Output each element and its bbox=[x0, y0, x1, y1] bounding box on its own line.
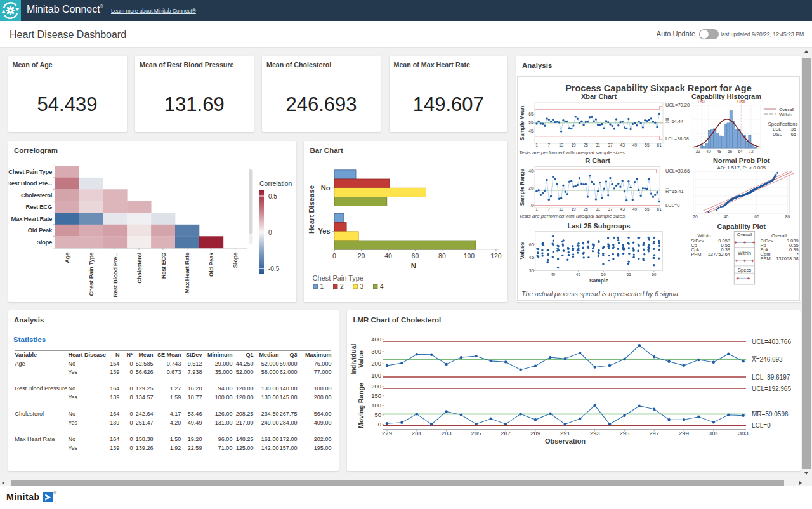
svg-text:AD: 1.517, P: < 0.005: AD: 1.517, P: < 0.005 bbox=[717, 165, 766, 171]
svg-text:37: 37 bbox=[608, 143, 613, 147]
svg-text:301: 301 bbox=[709, 430, 719, 437]
svg-text:80: 80 bbox=[438, 252, 446, 260]
svg-text:Chest Pain Type: Chest Pain Type bbox=[87, 253, 94, 296]
svg-text:40: 40 bbox=[723, 215, 728, 219]
svg-text:40: 40 bbox=[706, 149, 711, 154]
svg-text:LSL: LSL bbox=[697, 100, 706, 104]
svg-text:20: 20 bbox=[528, 186, 534, 190]
svg-text:UCL=192.965: UCL=192.965 bbox=[752, 385, 791, 392]
svg-text:LCL=38.68: LCL=38.68 bbox=[665, 136, 689, 142]
svg-text:32: 32 bbox=[695, 149, 700, 154]
svg-text:Capability Plot: Capability Plot bbox=[717, 223, 766, 230]
svg-text:45: 45 bbox=[575, 272, 580, 277]
svg-text:297: 297 bbox=[649, 430, 659, 437]
svg-text:200: 200 bbox=[371, 383, 381, 390]
svg-text:293: 293 bbox=[590, 430, 600, 437]
svg-text:Age: Age bbox=[63, 253, 70, 263]
svg-text:LCL=89.6197: LCL=89.6197 bbox=[752, 374, 790, 381]
svg-text:Value: Value bbox=[357, 350, 365, 368]
svg-text:Old Peak: Old Peak bbox=[207, 252, 214, 277]
svg-text:Cholesterol: Cholesterol bbox=[135, 253, 142, 284]
svg-text:49: 49 bbox=[632, 143, 637, 147]
svg-text:Rest ECG: Rest ECG bbox=[159, 253, 166, 279]
svg-text:20: 20 bbox=[693, 215, 698, 219]
svg-text:7: 7 bbox=[547, 143, 550, 147]
svg-text:3: 3 bbox=[360, 283, 364, 290]
svg-text:R Chart: R Chart bbox=[585, 157, 610, 164]
svg-text:20: 20 bbox=[358, 252, 365, 260]
svg-text:19: 19 bbox=[571, 143, 576, 147]
svg-text:60: 60 bbox=[528, 242, 534, 247]
svg-text:Last 25 Subgroups: Last 25 Subgroups bbox=[567, 222, 630, 230]
svg-text:Chest Pain Type: Chest Pain Type bbox=[313, 274, 364, 282]
svg-text:Overall: Overall bbox=[771, 233, 787, 239]
svg-text:40: 40 bbox=[528, 169, 534, 173]
svg-text:USL: USL bbox=[737, 100, 747, 104]
svg-text:43: 43 bbox=[620, 207, 625, 211]
svg-text:Individual: Individual bbox=[350, 343, 357, 374]
svg-text:291: 291 bbox=[560, 430, 570, 437]
svg-text:MR=59.0596: MR=59.0596 bbox=[752, 411, 789, 418]
svg-text:43: 43 bbox=[620, 143, 625, 147]
svg-text:55: 55 bbox=[645, 207, 650, 211]
svg-text:USL: USL bbox=[773, 131, 782, 137]
svg-text:61: 61 bbox=[657, 207, 662, 211]
svg-text:X=246.693: X=246.693 bbox=[752, 356, 783, 363]
svg-text:1: 1 bbox=[535, 207, 538, 211]
svg-text:R=15.41: R=15.41 bbox=[665, 188, 684, 194]
svg-text:Rest Blood Pre...: Rest Blood Pre... bbox=[111, 253, 118, 298]
svg-text:285: 285 bbox=[471, 430, 481, 437]
svg-text:287: 287 bbox=[501, 430, 511, 437]
svg-text:55: 55 bbox=[528, 120, 534, 124]
svg-text:137068.58: 137068.58 bbox=[776, 256, 798, 261]
svg-text:Rest ECG: Rest ECG bbox=[25, 203, 51, 210]
svg-text:31: 31 bbox=[595, 143, 600, 147]
svg-text:300: 300 bbox=[371, 348, 381, 355]
svg-text:Cholesterol: Cholesterol bbox=[21, 192, 52, 199]
svg-text:0: 0 bbox=[268, 229, 272, 236]
svg-text:80: 80 bbox=[785, 215, 790, 219]
svg-text:Sample Mean: Sample Mean bbox=[519, 106, 525, 140]
svg-text:2: 2 bbox=[340, 283, 344, 290]
svg-text:Xbar Chart: Xbar Chart bbox=[580, 93, 617, 100]
svg-text:4: 4 bbox=[380, 283, 384, 290]
svg-text:Chest Pain Type: Chest Pain Type bbox=[8, 168, 52, 175]
svg-text:45: 45 bbox=[528, 129, 534, 133]
svg-text:65: 65 bbox=[790, 131, 796, 137]
svg-text:40: 40 bbox=[550, 272, 555, 277]
svg-text:Sample Range: Sample Range bbox=[519, 168, 525, 206]
svg-text:N: N bbox=[411, 262, 416, 270]
svg-text:1: 1 bbox=[535, 143, 538, 147]
svg-text:64: 64 bbox=[738, 149, 743, 154]
svg-text:Normal Prob Plot: Normal Prob Plot bbox=[712, 157, 769, 164]
svg-text:PPM: PPM bbox=[691, 251, 701, 257]
svg-text:50: 50 bbox=[601, 272, 606, 277]
svg-text:61: 61 bbox=[657, 143, 662, 147]
svg-text:Correlation: Correlation bbox=[259, 180, 292, 187]
svg-text:Moving Range: Moving Range bbox=[357, 383, 365, 428]
svg-text:19: 19 bbox=[571, 207, 576, 211]
svg-text:1: 1 bbox=[320, 283, 324, 290]
svg-text:60: 60 bbox=[412, 252, 419, 260]
svg-text:45: 45 bbox=[528, 255, 534, 260]
svg-text:49: 49 bbox=[632, 207, 637, 211]
svg-text:Sample: Sample bbox=[589, 277, 608, 284]
svg-text:281: 281 bbox=[412, 430, 422, 437]
svg-text:The actual process spread is r: The actual process spread is represented… bbox=[521, 290, 680, 298]
svg-text:50: 50 bbox=[374, 411, 381, 418]
svg-text:Heart Disease: Heart Disease bbox=[308, 185, 315, 234]
svg-text:55: 55 bbox=[645, 143, 650, 147]
svg-text:Slope: Slope bbox=[36, 239, 51, 246]
svg-text:UCL=403.766: UCL=403.766 bbox=[752, 338, 791, 345]
svg-text:Tests are performed with unequ: Tests are performed with unequal sample … bbox=[519, 150, 626, 155]
svg-text:Process Capability Sixpack Rep: Process Capability Sixpack Report for Ag… bbox=[565, 83, 752, 93]
svg-text:100: 100 bbox=[371, 402, 381, 409]
svg-text:56: 56 bbox=[727, 149, 732, 154]
svg-text:37: 37 bbox=[608, 207, 613, 211]
svg-text:Values: Values bbox=[519, 242, 525, 259]
svg-text:31: 31 bbox=[595, 207, 600, 211]
svg-text:Overall: Overall bbox=[737, 232, 752, 237]
svg-text:150: 150 bbox=[371, 392, 381, 399]
svg-text:40: 40 bbox=[384, 252, 392, 260]
svg-text:100: 100 bbox=[371, 372, 381, 379]
